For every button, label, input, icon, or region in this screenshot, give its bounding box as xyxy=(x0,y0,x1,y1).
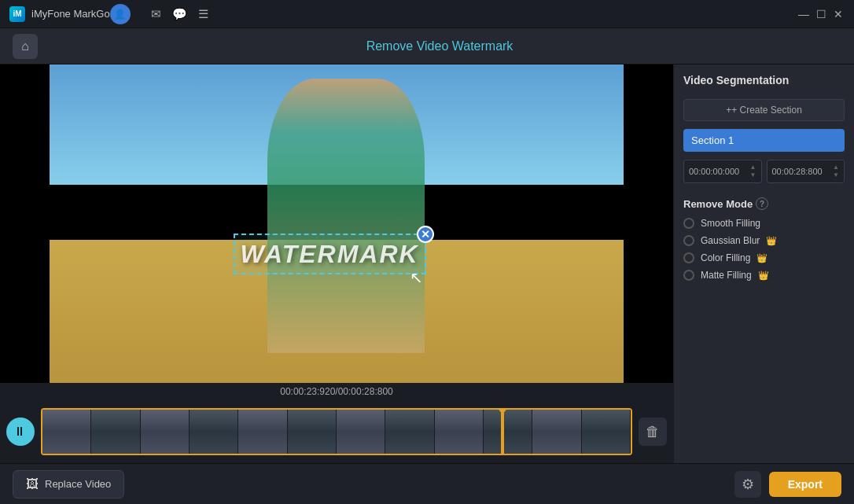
thumb-5 xyxy=(238,410,287,454)
thumb-6 xyxy=(288,410,337,454)
window-controls: — ☐ ✕ xyxy=(797,8,845,20)
delete-button[interactable]: 🗑 xyxy=(639,418,667,446)
thumb-1 xyxy=(42,410,91,454)
radio-gaussian[interactable] xyxy=(683,235,694,246)
toolbar: ⌂ Remove Video Watermark xyxy=(0,28,854,64)
thumb-4 xyxy=(190,410,238,454)
app-name: iMyFone MarkGo xyxy=(31,8,110,20)
titlebar: iM iMyFone MarkGo 👤 ✉ 💬 ☰ — ☐ ✕ xyxy=(0,0,854,28)
main-content: WATERMARK ✕ ↖ 00:00:23:920/00:00:28:800 … xyxy=(0,64,854,463)
mail-icon[interactable]: ✉ xyxy=(151,7,161,21)
avatar-icon[interactable]: 👤 xyxy=(110,4,131,24)
thumb-3 xyxy=(141,410,190,454)
pause-icon: ⏸ xyxy=(13,425,26,439)
arrow-up[interactable]: ▲ xyxy=(750,164,756,171)
timeline-playhead[interactable] xyxy=(501,408,504,455)
gear-icon: ⚙ xyxy=(742,476,754,493)
radio-color[interactable] xyxy=(683,252,694,263)
time-start-input[interactable]: 00:00:00:000 ▲ ▼ xyxy=(683,160,762,183)
radio-matte[interactable] xyxy=(683,270,694,281)
timeline-thumbnails xyxy=(42,410,631,454)
logo-text: iM xyxy=(13,9,21,18)
section-times: 00:00:00:000 ▲ ▼ 00:00:28:800 ▲ ▼ xyxy=(683,160,845,183)
time-start-arrows[interactable]: ▲ ▼ xyxy=(750,164,756,179)
timeline-track[interactable] xyxy=(41,408,632,455)
arrow-up-end[interactable]: ▲ xyxy=(833,164,839,171)
arrow-down-end[interactable]: ▼ xyxy=(833,171,839,179)
cursor-indicator: ↖ xyxy=(410,268,423,287)
watermark-selection-box[interactable]: WATERMARK ✕ ↖ xyxy=(234,234,426,274)
thumb-2 xyxy=(91,410,140,454)
close-icon: ✕ xyxy=(421,228,430,241)
video-frame: WATERMARK ✕ ↖ xyxy=(50,64,624,383)
thumb-7 xyxy=(337,410,385,454)
plus-icon: + xyxy=(726,105,731,116)
right-panel: Video Segmentation + + Create Section Se… xyxy=(673,64,854,463)
mode-color-label: Color Filling xyxy=(701,252,750,263)
maximize-button[interactable]: ☐ xyxy=(815,8,827,20)
create-section-label: + Create Section xyxy=(731,105,802,116)
chat-icon[interactable]: 💬 xyxy=(172,7,187,21)
remove-mode-section: Remove Mode ? Smooth Filling Gaussian Bl… xyxy=(683,197,845,287)
replace-video-button[interactable]: 🖼 Replace Video xyxy=(13,470,124,498)
thumb-11 xyxy=(532,410,581,454)
mode-matte-filling[interactable]: Matte Filling 👑 xyxy=(683,270,845,281)
video-segmentation-title: Video Segmentation xyxy=(683,74,845,86)
section-1-item[interactable]: Section 1 xyxy=(683,129,845,152)
crown-color-icon: 👑 xyxy=(756,253,767,263)
mode-smooth-filling[interactable]: Smooth Filling xyxy=(683,218,845,229)
time-end-value: 00:00:28:800 xyxy=(772,167,823,176)
home-icon: ⌂ xyxy=(21,39,29,53)
bottom-bar: 🖼 Replace Video ⚙ Export xyxy=(0,463,854,504)
menu-icon[interactable]: ☰ xyxy=(198,7,208,21)
watermark-close-button[interactable]: ✕ xyxy=(417,226,434,243)
mode-gaussian-blur[interactable]: Gaussian Blur 👑 xyxy=(683,235,845,246)
page-title: Remove Video Watermark xyxy=(38,39,841,53)
thumb-12 xyxy=(582,410,631,454)
help-icon[interactable]: ? xyxy=(756,197,768,210)
app-logo: iM xyxy=(9,6,25,22)
home-button[interactable]: ⌂ xyxy=(13,34,38,59)
remove-mode-title: Remove Mode ? xyxy=(683,197,845,210)
create-section-button[interactable]: + + Create Section xyxy=(683,99,845,121)
time-start-value: 00:00:00:000 xyxy=(689,167,739,176)
crown-gaussian-icon: 👑 xyxy=(766,236,777,246)
video-area: WATERMARK ✕ ↖ 00:00:23:920/00:00:28:800 … xyxy=(0,64,673,463)
minimize-button[interactable]: — xyxy=(797,8,810,20)
mode-smooth-label: Smooth Filling xyxy=(701,218,760,229)
close-button[interactable]: ✕ xyxy=(832,8,845,20)
thumb-10 xyxy=(484,410,532,454)
timeline: ⏸ � xyxy=(0,400,673,463)
video-container: WATERMARK ✕ ↖ xyxy=(0,64,673,383)
settings-button[interactable]: ⚙ xyxy=(734,471,761,498)
radio-smooth[interactable] xyxy=(683,218,694,229)
time-end-arrows[interactable]: ▲ ▼ xyxy=(833,164,839,179)
thumb-8 xyxy=(385,410,434,454)
crown-matte-icon: 👑 xyxy=(758,270,769,281)
mode-gaussian-label: Gaussian Blur xyxy=(701,235,760,246)
arrow-down[interactable]: ▼ xyxy=(750,171,756,179)
mode-color-filling[interactable]: Color Filling 👑 xyxy=(683,252,845,263)
bottom-right-controls: ⚙ Export xyxy=(734,471,841,498)
export-button[interactable]: Export xyxy=(769,472,841,497)
mode-matte-label: Matte Filling xyxy=(701,270,752,281)
thumb-9 xyxy=(435,410,484,454)
remove-mode-label: Remove Mode xyxy=(683,198,753,210)
person-layer xyxy=(267,79,425,353)
time-display: 00:00:23:920/00:00:28:800 xyxy=(0,383,673,400)
replace-icon: 🖼 xyxy=(26,477,39,491)
trash-icon: 🗑 xyxy=(646,424,660,440)
play-pause-button[interactable]: ⏸ xyxy=(6,418,35,446)
watermark-text: WATERMARK xyxy=(241,239,419,268)
time-end-input[interactable]: 00:00:28:800 ▲ ▼ xyxy=(767,160,845,183)
replace-video-label: Replace Video xyxy=(45,478,111,490)
header-icons: 👤 ✉ 💬 ☰ xyxy=(110,4,208,24)
